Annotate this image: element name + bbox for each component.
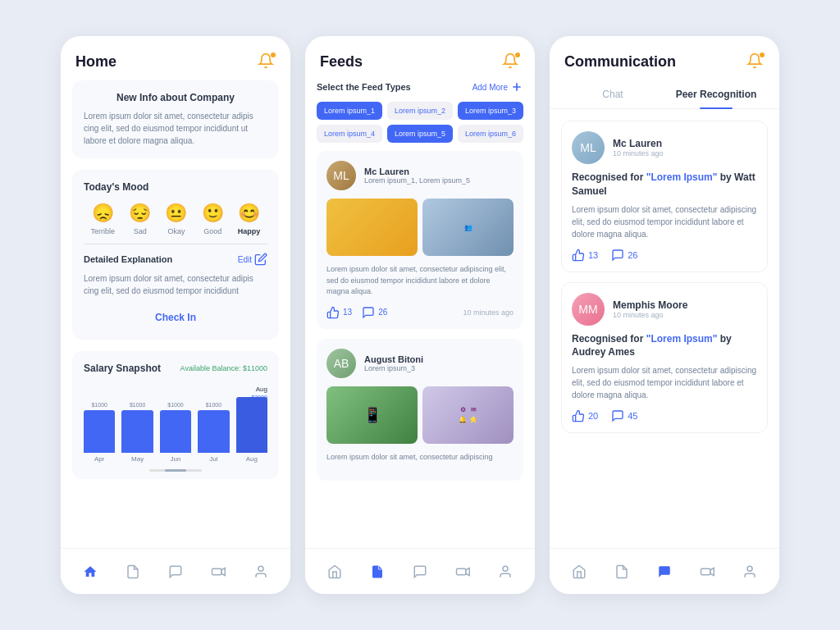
mood-okay[interactable]: 😐 Okay (165, 203, 187, 235)
recognition-card-2: MM Memphis Moore 10 minutes ago Recognis… (561, 282, 768, 434)
recog-name-1: Mc Lauren (613, 138, 664, 149)
recognition-card-1: ML Mc Lauren 10 minutes ago Recognised f… (561, 121, 768, 272)
tab-peer-recognition[interactable]: Peer Recognition (664, 80, 768, 108)
post-author-2: AB August Bitoni Lorem ipsum_3 (326, 349, 514, 378)
like-count-1: 13 (343, 308, 352, 317)
feed-tag-5[interactable]: Lorem ipsum_5 (387, 125, 453, 143)
recog-like-count-1: 13 (588, 250, 598, 260)
feeds-nav-document[interactable] (363, 559, 392, 585)
comment-count-1: 26 (378, 308, 387, 317)
post-images-2: 📱 ⚙✉🔔⭐ (326, 386, 514, 444)
feed-tag-1[interactable]: Lorem ipsum_1 (317, 102, 382, 120)
mood-terrible[interactable]: 😞 Terrible (91, 203, 116, 235)
feeds-bell-icon[interactable] (502, 52, 520, 71)
bar-jul: $1000 Jul (198, 402, 229, 463)
info-box-title: New Info about Company (84, 92, 267, 103)
mood-good[interactable]: 🙂 Good (202, 203, 224, 235)
nav-chat[interactable] (161, 559, 190, 585)
salary-box: Salary Snapshot Available Balance: $1100… (72, 351, 279, 479)
comment-button-1[interactable]: 26 (362, 306, 387, 319)
bar-apr: $1000 Apr (84, 402, 115, 463)
recog-comment-1[interactable]: 26 (611, 249, 637, 262)
mood-sad[interactable]: 😔 Sad (129, 203, 151, 235)
comm-bell-icon[interactable] (746, 52, 765, 71)
comm-nav-document[interactable] (607, 559, 637, 585)
feed-tag-3[interactable]: Lorem ipsum_3 (458, 102, 523, 120)
edit-link[interactable]: Edit (238, 253, 267, 266)
mc-lauren-sub: Lorem ipsum_1, Lorem ipsum_5 (364, 176, 470, 185)
feeds-nav-chat[interactable] (405, 559, 435, 585)
feeds-nav-video[interactable] (448, 559, 477, 585)
recog-actions-1: 13 26 (572, 249, 757, 262)
comm-tabs: Chat Peer Recognition (550, 80, 779, 109)
svg-rect-5 (457, 568, 466, 575)
comm-document-icon (614, 564, 630, 580)
info-box: New Info about Company Lorem ipsum dolor… (72, 80, 279, 158)
chart-scrollbar[interactable] (149, 469, 202, 472)
home-nav-icon (82, 564, 98, 580)
nav-document[interactable] (118, 559, 148, 585)
feeds-nav-profile[interactable] (491, 559, 520, 585)
notification-dot (271, 52, 276, 57)
feeds-types-header: Select the Feed Types Add More (317, 80, 523, 94)
like-button-1[interactable]: 13 (326, 306, 352, 319)
nav-video[interactable] (203, 559, 233, 585)
svg-point-2 (258, 566, 263, 571)
recog-time-1: 10 minutes ago (613, 149, 664, 158)
feeds-home-icon (326, 564, 343, 580)
svg-marker-6 (466, 568, 470, 575)
home-panel: Home New Info about Company Lorem ipsum … (61, 36, 290, 594)
comm-nav-chat[interactable] (650, 559, 679, 585)
feeds-document-icon (369, 564, 386, 580)
salary-balance: Available Balance: $11000 (180, 364, 267, 372)
comm-video-icon (699, 564, 715, 580)
feed-tag-6[interactable]: Lorem ipsum_6 (458, 125, 523, 143)
recog-like-count-2: 20 (588, 411, 598, 421)
feeds-nav-home[interactable] (320, 559, 349, 585)
august-avatar: AB (326, 349, 356, 378)
mood-icons: 😞 Terrible 😔 Sad 😐 Okay 🙂 Good 😊 Happy (84, 203, 267, 235)
nav-home[interactable] (75, 559, 105, 585)
mood-happy[interactable]: 😊 Happy (238, 203, 261, 235)
chat-nav-icon (167, 564, 184, 580)
check-in-button[interactable]: Check In (84, 307, 267, 328)
feeds-title: Feeds (320, 53, 363, 71)
recog-actions-2: 20 45 (572, 409, 757, 422)
notification-dot (760, 52, 765, 57)
home-bell-icon[interactable] (258, 52, 276, 71)
post-image-2a: 📱 (326, 386, 418, 444)
feeds-panel: Feeds Select the Feed Types Add More Lor… (305, 36, 535, 594)
post-author-1: ML Mc Lauren Lorem ipsum_1, Lorem ipsum_… (326, 161, 514, 190)
svg-marker-1 (221, 568, 226, 575)
comm-header: Communication (550, 36, 779, 80)
recog-like-2[interactable]: 20 (572, 409, 598, 422)
post-images-1: 👥 (326, 199, 514, 256)
recog-like-1[interactable]: 13 (572, 249, 598, 262)
feed-post-2: AB August Bitoni Lorem ipsum_3 📱 ⚙✉🔔⭐ (317, 339, 523, 482)
svg-rect-8 (701, 568, 710, 575)
recog-headline-1: Recognised for "Lorem Ipsum" by Watt Sam… (572, 171, 757, 199)
feed-tag-4[interactable]: Lorem ipsum_4 (317, 125, 382, 143)
bar-aug: Aug (236, 395, 267, 463)
feed-tag-2[interactable]: Lorem ipsum_2 (387, 102, 453, 120)
recog-comment-2[interactable]: 45 (611, 409, 637, 422)
feeds-person-icon (497, 564, 514, 580)
comm-nav-profile[interactable] (735, 559, 765, 585)
recog-author-1: ML Mc Lauren 10 minutes ago (572, 131, 757, 164)
home-bottom-nav (61, 548, 290, 594)
recog-text-2: Lorem ipsum dolor sit amet, consectetur … (572, 364, 757, 401)
mood-terrible-label: Terrible (91, 227, 116, 235)
mc-lauren-avatar: ML (326, 161, 356, 190)
recog-avatar-1: ML (572, 131, 605, 164)
nav-profile[interactable] (246, 559, 276, 585)
svg-point-10 (747, 566, 752, 571)
mood-sad-label: Sad (134, 227, 147, 235)
info-box-text: Lorem ipsum dolor sit amet, consectetur … (84, 110, 267, 147)
comm-nav-video[interactable] (692, 559, 722, 585)
recog-content-1: Recognised for "Lorem Ipsum" by Watt Sam… (572, 171, 757, 262)
tab-chat[interactable]: Chat (561, 80, 664, 108)
add-more-button[interactable]: Add More (472, 80, 523, 94)
salary-header: Salary Snapshot Available Balance: $1100… (84, 363, 267, 374)
salary-chart: Aug $2000 $1000 Apr $1000 May $1000 (84, 386, 267, 468)
comm-nav-home[interactable] (564, 559, 594, 585)
